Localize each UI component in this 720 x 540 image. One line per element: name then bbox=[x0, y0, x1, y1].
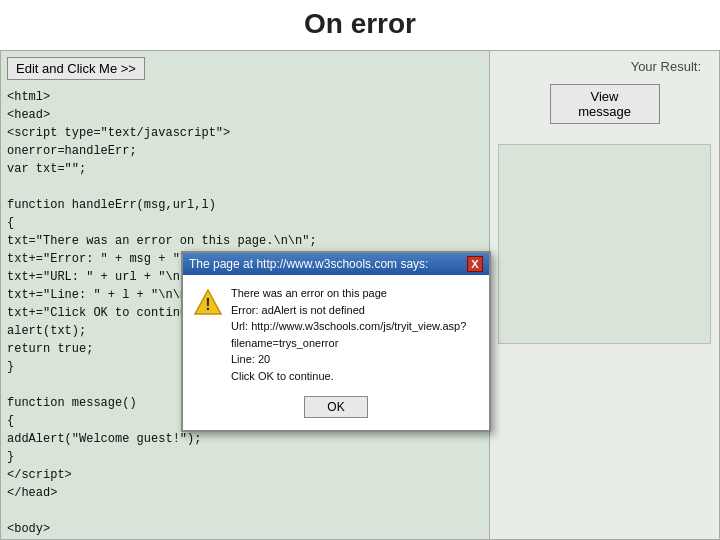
dialog-message: There was an error on this page Error: a… bbox=[231, 285, 479, 384]
dialog-titlebar: The page at http://www.w3schools.com say… bbox=[183, 253, 489, 275]
dialog-ok-button[interactable]: OK bbox=[304, 396, 367, 418]
dialog-message-line4: Line: 20 bbox=[231, 351, 479, 368]
dialog-icon-row: ! There was an error on this page Error:… bbox=[193, 285, 479, 384]
page-title: On error bbox=[0, 0, 720, 50]
dialog-close-button[interactable]: X bbox=[467, 256, 483, 272]
your-result-label: Your Result: bbox=[498, 59, 711, 74]
edit-click-button[interactable]: Edit and Click Me >> bbox=[7, 57, 145, 80]
right-bottom-area bbox=[498, 144, 711, 344]
left-panel: Edit and Click Me >> <html> <head> <scri… bbox=[0, 50, 490, 540]
dialog-message-line3: Url: http://www.w3schools.com/js/tryit_v… bbox=[231, 318, 479, 351]
dialog-ok-row: OK bbox=[193, 392, 479, 424]
view-message-button[interactable]: View message bbox=[550, 84, 660, 124]
right-panel: Your Result: View message bbox=[490, 50, 720, 540]
error-dialog: The page at http://www.w3schools.com say… bbox=[181, 251, 491, 432]
dialog-body: ! There was an error on this page Error:… bbox=[183, 275, 489, 430]
dialog-title: The page at http://www.w3schools.com say… bbox=[189, 257, 428, 271]
dialog-message-line5: Click OK to continue. bbox=[231, 368, 479, 385]
dialog-message-line2: Error: adAlert is not defined bbox=[231, 302, 479, 319]
dialog-message-line1: There was an error on this page bbox=[231, 285, 479, 302]
warning-icon: ! bbox=[193, 287, 223, 317]
svg-text:!: ! bbox=[205, 296, 210, 313]
